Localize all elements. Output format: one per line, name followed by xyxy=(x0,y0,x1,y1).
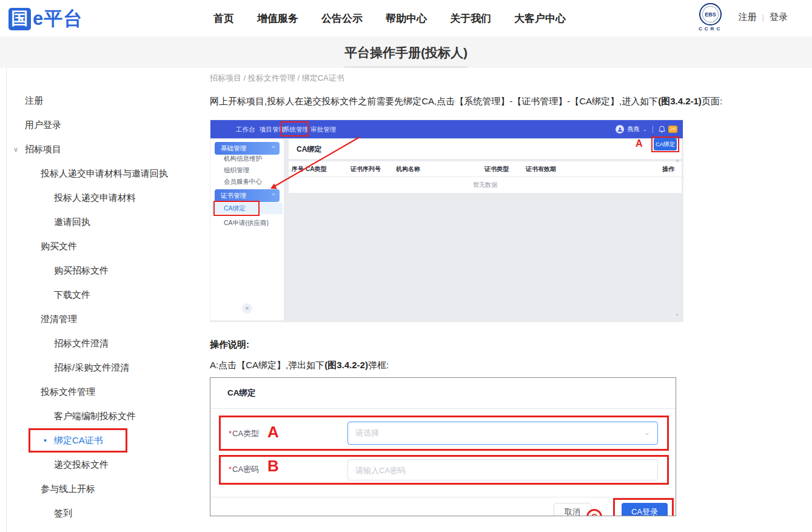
annotation-red-box xyxy=(613,498,674,516)
col-seq: 序号 xyxy=(292,161,304,177)
site-logo[interactable]: 国 e平台 xyxy=(8,6,82,32)
ca-password-label: *CA密码 xyxy=(229,464,259,475)
divider xyxy=(210,497,676,497)
toc-item[interactable]: 签到 xyxy=(54,508,72,518)
screenshot-user-area: 燕燕 ⌄ 29 xyxy=(616,120,677,138)
nav-item-key-account-center[interactable]: 大客户中心 xyxy=(514,12,566,25)
step-a-post: 弹框: xyxy=(368,360,389,370)
doc-content: 招标项目 / 投标文件管理 / 绑定CA证书 网上开标项目,投标人在递交投标文件… xyxy=(194,68,812,532)
required-mark: * xyxy=(229,429,232,438)
auth-links: 注册 | 登录 xyxy=(739,12,788,23)
toc-item[interactable]: 购买招标文件 xyxy=(54,265,109,275)
screenshot-nav-workbench: 工作台 xyxy=(236,120,255,138)
ca-type-select-placeholder: 请选择 xyxy=(348,422,657,443)
toc-item[interactable]: 投标文件管理 xyxy=(41,386,95,397)
register-link[interactable]: 注册 xyxy=(739,12,757,23)
nav-item-announcements[interactable]: 公告公示 xyxy=(321,12,363,25)
title-bar: 平台操作手册(投标人) xyxy=(0,36,812,68)
screenshot-table-header: 序号 CA类型 证书序列号 机构名称 证书类型 证书有效期 操作 xyxy=(289,161,682,177)
toc-item[interactable]: 招标文件澄清 xyxy=(54,338,109,348)
main-nav: 首页 增值服务 公告公示 帮助中心 关于我们 大客户中心 xyxy=(213,0,566,36)
chevron-down-icon: ∨ xyxy=(13,137,18,161)
auth-divider: | xyxy=(762,13,764,22)
col-cert-valid: 证书有效期 xyxy=(526,161,556,177)
annotation-letter-a: A xyxy=(267,423,279,442)
screenshot-table: 序号 CA类型 证书序列号 机构名称 证书类型 证书有效期 操作 暂无数据 xyxy=(289,161,682,193)
screenshot-sidebar-item: 会员服务中心 xyxy=(224,176,262,187)
operation-notes-title: 操作说明: xyxy=(210,339,812,351)
logo-block: 国 xyxy=(8,8,31,30)
screenshot-sidebar-item: CA申请(供应商) xyxy=(224,217,269,229)
intro-text: 网上开标项目,投标人在递交投标文件之前需要先绑定CA,点击【系统管理】-【证书管… xyxy=(210,96,658,106)
figure-ca-bind-dialog-screenshot: CA绑定 *CA类型 A 请选择 ⌄ *CA密码 B 请输入CA密码 取消 C xyxy=(210,377,676,516)
intro-paragraph: 网上开标项目,投标人在递交投标文件之前需要先绑定CA,点击【系统管理】-【证书管… xyxy=(210,93,796,109)
col-ca-type: CA类型 xyxy=(306,161,326,177)
annotation-red-box xyxy=(213,201,260,216)
annotation-letter-a: A xyxy=(636,138,643,149)
bell-icon xyxy=(659,126,665,133)
nav-item-help-center[interactable]: 帮助中心 xyxy=(386,12,427,25)
annotation-letter-b: B xyxy=(267,457,279,476)
empty-table-text: 暂无数据 xyxy=(289,177,682,193)
chevron-down-icon: ⌄ xyxy=(642,126,647,132)
col-cert-serial: 证书序列号 xyxy=(351,161,381,177)
page-title: 平台操作手册(投标人) xyxy=(344,44,468,67)
notification-badge: 29 xyxy=(668,126,677,133)
caret-up-icon: ^ xyxy=(272,142,275,155)
logo-text: e平台 xyxy=(33,6,82,32)
ca-password-input: 请输入CA密码 xyxy=(347,459,658,480)
toc-item[interactable]: 招标/采购文件澄清 xyxy=(54,362,129,372)
dialog-title: CA绑定 xyxy=(227,388,256,399)
scroll-down-icon: ⌄ xyxy=(675,311,680,317)
step-a-text: A:点击【CA绑定】,弹出如下(图3.4.2-2)弹框: xyxy=(210,360,812,371)
divider xyxy=(210,408,676,409)
nav-item-value-added-services[interactable]: 增值服务 xyxy=(257,12,298,25)
figure-ca-bind-page-screenshot: 工作台 项目管理 系统管理 审批管理 燕燕 ⌄ 29 基础管理^ xyxy=(210,120,683,322)
intro-text-end: 页面: xyxy=(702,96,722,106)
screenshot-panel-title: CA绑定 xyxy=(297,140,321,159)
active-bullet-icon: • xyxy=(44,428,47,453)
toc-item[interactable]: 邀请回执 xyxy=(54,217,90,227)
screenshot-topbar: 工作台 项目管理 系统管理 审批管理 燕燕 ⌄ 29 xyxy=(210,120,683,138)
toc-item[interactable]: 参与线上开标 xyxy=(41,483,95,494)
figure-ref-1: (图3.4.2-1) xyxy=(658,96,702,106)
site-header: 国 e平台 首页 增值服务 公告公示 帮助中心 关于我们 大客户中心 EBS C… xyxy=(0,0,812,36)
screenshot-sidebar-item: 组织管理 xyxy=(224,164,249,176)
toc-list: 注册 用户登录 ∨招标项目 投标人递交申请材料与邀请回执 投标人递交申请材料 邀… xyxy=(7,89,194,532)
ccrc-certification-badge: EBS CCRC xyxy=(694,3,728,32)
screenshot-nav-approval-mgmt: 审批管理 xyxy=(310,120,336,138)
toc-item[interactable]: 下载文件 xyxy=(54,289,90,300)
breadcrumb: 招标项目 / 投标文件管理 / 绑定CA证书 xyxy=(210,73,812,84)
toc-item[interactable]: 投标人递交申请材料与邀请回执 xyxy=(41,168,168,178)
required-mark: * xyxy=(229,465,232,474)
screenshot-sidebar: 基础管理^ 机构信息维护 组织管理 会员服务中心 证书管理^ CA绑定 CA申请… xyxy=(210,140,284,320)
screenshot-panel-titlebar: CA绑定 xyxy=(289,140,682,159)
toc-item-user-login[interactable]: 用户登录 xyxy=(25,120,61,130)
step-a-pre: A:点击【CA绑定】,弹出如下 xyxy=(210,360,324,370)
nav-item-about-us[interactable]: 关于我们 xyxy=(450,12,491,25)
col-actions: 操作 xyxy=(662,161,674,177)
screenshot-username: 燕燕 xyxy=(627,125,639,133)
ca-type-label-text: CA类型 xyxy=(232,429,259,438)
ca-password-label-text: CA密码 xyxy=(232,465,259,474)
ca-type-select: 请选择 ⌄ xyxy=(347,422,658,445)
chevron-down-icon: ⌄ xyxy=(644,422,650,443)
figure-ref-2: (图3.4.2-2) xyxy=(324,360,368,370)
nav-item-home[interactable]: 首页 xyxy=(213,12,234,25)
divider xyxy=(653,126,653,133)
ca-password-input-placeholder: 请输入CA密码 xyxy=(348,460,657,481)
caret-up-icon: ^ xyxy=(272,189,275,202)
group-label: 基础管理 xyxy=(221,144,246,152)
header-right: EBS CCRC 注册 | 登录 xyxy=(694,3,788,32)
toc-item[interactable]: 购买文件 xyxy=(41,241,77,251)
toc-item[interactable]: 递交投标文件 xyxy=(54,459,109,470)
toc-item[interactable]: 客户端编制投标文件 xyxy=(54,411,136,421)
avatar-icon xyxy=(616,125,624,133)
toc-item-register[interactable]: 注册 xyxy=(25,95,43,106)
toc-item[interactable]: 投标人递交申请材料 xyxy=(54,192,136,203)
ca-type-label: *CA类型 xyxy=(229,428,259,439)
toc-item-tender-project[interactable]: 招标项目 xyxy=(25,144,61,154)
login-link[interactable]: 登录 xyxy=(770,12,788,23)
dialog-cancel-button: 取消 xyxy=(554,503,591,516)
toc-item[interactable]: 澄清管理 xyxy=(41,314,77,324)
